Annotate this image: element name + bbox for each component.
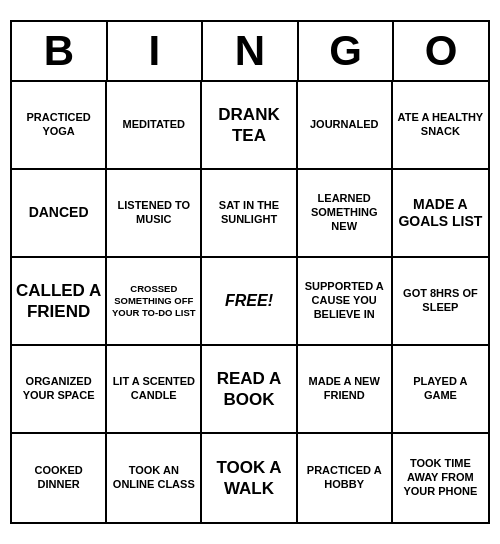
bingo-cell-6[interactable]: LISTENED TO MUSIC bbox=[107, 170, 202, 258]
bingo-cell-13[interactable]: SUPPORTED A CAUSE YOU BELIEVE IN bbox=[298, 258, 393, 346]
bingo-cell-24[interactable]: TOOK TIME AWAY FROM YOUR PHONE bbox=[393, 434, 488, 522]
bingo-cell-14[interactable]: GOT 8HRS OF SLEEP bbox=[393, 258, 488, 346]
bingo-card: B I N G O PRACTICED YOGAMEDITATEDDRANK T… bbox=[10, 20, 490, 524]
bingo-cell-1[interactable]: MEDITATED bbox=[107, 82, 202, 170]
bingo-cell-9[interactable]: MADE A GOALS LIST bbox=[393, 170, 488, 258]
bingo-cell-3[interactable]: JOURNALED bbox=[298, 82, 393, 170]
bingo-cell-12[interactable]: Free! bbox=[202, 258, 297, 346]
bingo-cell-4[interactable]: ATE A HEALTHY SNACK bbox=[393, 82, 488, 170]
bingo-cell-23[interactable]: PRACTICED A HOBBY bbox=[298, 434, 393, 522]
header-g: G bbox=[299, 22, 395, 80]
bingo-cell-7[interactable]: SAT IN THE SUNLIGHT bbox=[202, 170, 297, 258]
bingo-cell-11[interactable]: CROSSED SOMETHING OFF YOUR TO-DO LIST bbox=[107, 258, 202, 346]
bingo-cell-2[interactable]: DRANK TEA bbox=[202, 82, 297, 170]
bingo-grid: PRACTICED YOGAMEDITATEDDRANK TEAJOURNALE… bbox=[12, 82, 488, 522]
bingo-cell-18[interactable]: MADE A NEW FRIEND bbox=[298, 346, 393, 434]
bingo-cell-10[interactable]: CALLED A FRIEND bbox=[12, 258, 107, 346]
bingo-cell-15[interactable]: ORGANIZED YOUR SPACE bbox=[12, 346, 107, 434]
bingo-cell-0[interactable]: PRACTICED YOGA bbox=[12, 82, 107, 170]
bingo-cell-22[interactable]: TOOK A WALK bbox=[202, 434, 297, 522]
bingo-cell-5[interactable]: DANCED bbox=[12, 170, 107, 258]
bingo-cell-19[interactable]: PLAYED A GAME bbox=[393, 346, 488, 434]
header-o: O bbox=[394, 22, 488, 80]
bingo-cell-8[interactable]: LEARNED SOMETHING NEW bbox=[298, 170, 393, 258]
bingo-cell-17[interactable]: READ A BOOK bbox=[202, 346, 297, 434]
header-i: I bbox=[108, 22, 204, 80]
header-n: N bbox=[203, 22, 299, 80]
bingo-cell-21[interactable]: TOOK AN ONLINE CLASS bbox=[107, 434, 202, 522]
bingo-cell-16[interactable]: LIT A SCENTED CANDLE bbox=[107, 346, 202, 434]
bingo-header: B I N G O bbox=[12, 22, 488, 82]
header-b: B bbox=[12, 22, 108, 80]
bingo-cell-20[interactable]: COOKED DINNER bbox=[12, 434, 107, 522]
